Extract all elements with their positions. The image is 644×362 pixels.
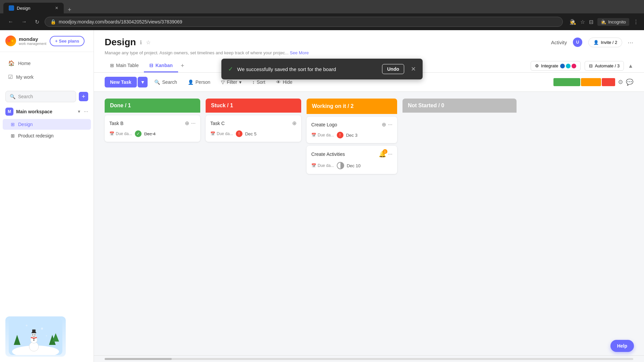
avatar-notification: 🔔 1 — [379, 150, 386, 158]
logo-icon — [5, 36, 16, 46]
create-activities-title: Create Activities — [311, 152, 345, 157]
svg-text:❄: ❄ — [46, 335, 47, 337]
snowman-graphic: ❄ ❄ ❄ — [5, 316, 66, 357]
sort-icon: ↕ — [252, 79, 255, 85]
task-c-title: Task C — [210, 121, 225, 126]
board-title-row: Design ℹ ☆ Activity U 👤 Invite / 2 ··· — [105, 37, 633, 48]
scrollbar-track[interactable] — [105, 358, 633, 360]
forward-button[interactable]: → — [19, 17, 30, 26]
my-work-icon: ☑ — [8, 74, 13, 80]
refresh-button[interactable]: ↻ — [32, 17, 42, 26]
svg-point-17 — [34, 340, 35, 341]
logo-subtitle: work management — [19, 42, 46, 46]
done-col-body: Task B ⊕ ··· 📅 Due da... ✓ — [105, 113, 200, 349]
invite-button[interactable]: 👤 Invite / 2 — [588, 38, 622, 47]
card-add-button-c[interactable]: ⊕ — [292, 120, 297, 126]
app-layout: monday work management + See plans 🏠 Hom… — [0, 30, 644, 362]
tab-main-table[interactable]: ⊞ Main Table — [105, 59, 144, 72]
add-item-button[interactable]: + — [79, 92, 88, 101]
tab-kanban[interactable]: ⊟ Kanban — [144, 59, 178, 72]
activity-label[interactable]: Activity — [551, 40, 567, 45]
add-tab-button[interactable]: + — [178, 62, 187, 69]
monday-logo: monday work management — [5, 36, 46, 46]
card-footer-logo: 📅 Due da... ! Dec 3 — [311, 132, 392, 138]
browser-chrome: Design ✕ + ← → ↻ 🔒 moodjoy.monday.com/bo… — [0, 0, 644, 30]
invite-label: Invite / 2 — [601, 40, 617, 45]
kanban-settings-button[interactable]: ⚙ — [618, 78, 623, 86]
sidebar-item-product-redesign[interactable]: ⊞ Product redesign — [3, 130, 91, 141]
browser-nav: ← → ↻ 🔒 moodjoy.monday.com/boards/183042… — [0, 13, 644, 30]
card-add-button-logo[interactable]: ⊕ — [382, 121, 386, 128]
kanban-chat-button[interactable]: 💬 — [626, 78, 633, 86]
see-more-link[interactable]: See More — [290, 50, 309, 55]
new-task-dropdown-button[interactable]: ▼ — [138, 77, 148, 87]
kanban-col-stuck: Stuck / 1 Task C ⊕ 📅 Due — [206, 99, 301, 349]
working-col-body: Create Logo ⊕ ··· 📅 Due da... ! — [307, 114, 397, 349]
due-text-activities: Due da... — [318, 163, 334, 168]
tabs-right: ⚙ Integrate ⊟ Automate / 3 ▲ — [531, 61, 633, 71]
color-bars — [553, 78, 615, 86]
favorite-icon[interactable]: ☆ — [146, 39, 151, 46]
working-label: Working on it / 2 — [312, 103, 354, 109]
undo-button[interactable]: Undo — [382, 64, 404, 74]
scrollbar-thumb[interactable] — [105, 358, 172, 360]
stuck-label: Stuck / 1 — [211, 103, 233, 108]
status-half-icon — [337, 162, 344, 169]
person-button[interactable]: 👤 Person — [184, 77, 214, 87]
due-date-c: Dec 5 — [245, 131, 257, 136]
sidebar-nav: 🏠 Home ☑ My work — [0, 52, 94, 88]
kanban-card-task-c: Task C ⊕ 📅 Due da... ! Dec 5 — [206, 115, 301, 142]
search-placeholder: Search — [18, 94, 33, 99]
info-icon[interactable]: ℹ — [140, 39, 142, 46]
card-more-button-activities[interactable]: ··· — [388, 150, 392, 158]
incognito-button[interactable]: 🕵 Incognito — [597, 18, 629, 26]
status-error-icon-c: ! — [236, 130, 243, 137]
calendar-icon-activities: 📅 — [311, 163, 316, 168]
due-date: Dec 4 — [144, 131, 156, 136]
hide-label: Hide — [283, 79, 292, 85]
card-more-button-logo[interactable]: ··· — [388, 121, 392, 128]
tab-close-button[interactable]: ✕ — [55, 6, 58, 10]
card-more-button[interactable]: ··· — [191, 120, 196, 126]
back-button[interactable]: ← — [5, 17, 16, 26]
person-label: Person — [196, 79, 210, 85]
collapse-button[interactable]: ▲ — [628, 63, 633, 69]
svg-point-15 — [35, 335, 36, 336]
sidebar-item-design[interactable]: ⊞ Design — [3, 119, 91, 130]
board-more-button[interactable]: ··· — [628, 39, 633, 46]
nav-home[interactable]: 🏠 Home — [3, 57, 91, 70]
card-actions-logo: ⊕ ··· — [382, 121, 392, 128]
search-button[interactable]: 🔍 Search — [150, 77, 181, 87]
kanban-label: Kanban — [155, 63, 172, 68]
user-icon: 👤 — [593, 40, 599, 45]
extensions-icon[interactable]: ⋮ — [633, 19, 639, 25]
see-plans-button[interactable]: + See plans — [50, 36, 85, 46]
card-add-button[interactable]: ⊕ — [185, 120, 189, 126]
avatar-1: U — [572, 37, 583, 48]
nav-my-work[interactable]: ☑ My work — [3, 70, 91, 83]
automate-icon: ⊟ — [589, 63, 593, 68]
tab-split-icon[interactable]: ⊟ — [589, 19, 593, 25]
automate-button[interactable]: ⊟ Automate / 3 — [585, 61, 624, 71]
incognito-icon: 🕵 — [601, 19, 606, 24]
active-tab[interactable]: Design ✕ — [3, 3, 64, 13]
integrate-button[interactable]: ⚙ Integrate — [531, 61, 581, 71]
integration-dots — [560, 64, 576, 68]
search-box[interactable]: 🔍 Search — [5, 91, 76, 102]
toast-close-button[interactable]: ✕ — [411, 65, 416, 73]
not-started-col-body — [402, 113, 517, 349]
sidebar-header: monday work management + See plans — [0, 30, 94, 52]
svg-point-3 — [11, 40, 13, 42]
help-button[interactable]: Help — [610, 340, 634, 352]
notification-badge: 1 — [383, 149, 387, 154]
workspace-more-icon[interactable]: ··· — [84, 109, 88, 115]
address-bar[interactable]: 🔒 moodjoy.monday.com/boards/1830420525/v… — [45, 17, 563, 27]
new-tab-button[interactable]: + — [65, 6, 74, 13]
board-description: Manage any type of project. Assign owner… — [105, 50, 633, 55]
table-icon: ⊞ — [110, 63, 114, 68]
sidebar-footer: ❄ ❄ ❄ — [0, 311, 94, 362]
toast-message: We successfully saved the sort for the b… — [237, 66, 336, 72]
new-task-button[interactable]: New Task — [105, 77, 137, 87]
workspace-header[interactable]: M Main workspace ▼ ··· — [0, 105, 94, 118]
star-icon[interactable]: ☆ — [580, 19, 585, 25]
